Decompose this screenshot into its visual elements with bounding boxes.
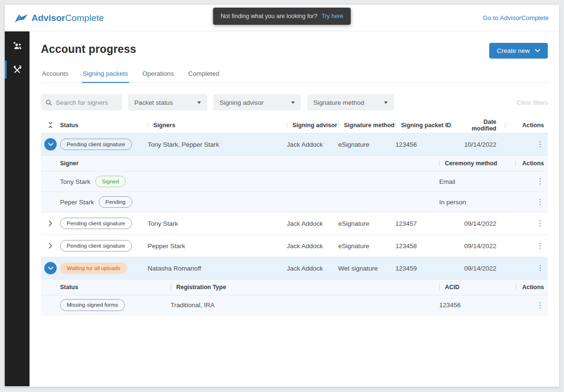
row-actions-menu[interactable]: ⋮ xyxy=(536,264,544,272)
signer-status-badge: Signed xyxy=(95,176,126,187)
account-status-badge: Missing signed forms xyxy=(60,299,125,311)
account-actions-menu[interactable]: ⋮ xyxy=(536,301,544,309)
signer-name: Peper Stark xyxy=(60,199,94,206)
main-content: Account progress Create new Accounts Sig… xyxy=(30,31,559,386)
signing-packets-table: Status Signers Signing advisor Signature… xyxy=(41,117,548,315)
cell-acid: 123456 xyxy=(439,302,515,309)
col-status[interactable]: Status xyxy=(60,122,148,129)
col-signers[interactable]: Signers xyxy=(148,122,287,129)
packet-status-dropdown[interactable]: Packet status xyxy=(128,94,207,111)
signing-advisor-dropdown[interactable]: Signing advisor xyxy=(213,94,301,111)
cell-packet-id: 123457 xyxy=(395,220,452,227)
search-icon xyxy=(46,99,52,106)
tabs-bar: Accounts Signing packets Operations Comp… xyxy=(41,67,548,83)
col-signing-advisor[interactable]: Signing advisor xyxy=(287,122,338,129)
cell-ceremony-method: In person xyxy=(439,199,515,206)
status-badge: Pending client signature xyxy=(60,218,132,229)
create-new-label: Create new xyxy=(497,47,530,54)
tab-signing-packets[interactable]: Signing packets xyxy=(82,67,129,83)
tooltip-text: Not finding what you are looking for? xyxy=(221,13,317,20)
tab-operations[interactable]: Operations xyxy=(141,67,175,82)
status-badge: Pending client signature xyxy=(60,240,132,251)
go-to-advisorcomplete-link[interactable]: Go to AdvisorComplete xyxy=(483,14,559,21)
collapse-all-icon xyxy=(48,121,53,129)
cell-signers: Tony Stark, Pepper Stark xyxy=(148,141,287,148)
brand-logo[interactable]: AdvisorComplete xyxy=(5,13,104,23)
tools-icon xyxy=(13,65,21,74)
col-status: Status xyxy=(60,284,171,291)
signing-advisor-label: Signing advisor xyxy=(220,99,263,106)
collapse-all-button[interactable] xyxy=(48,121,53,129)
signature-method-dropdown[interactable]: Signature method xyxy=(307,94,394,111)
col-actions: Actions xyxy=(505,122,548,129)
collapse-row-button[interactable] xyxy=(44,262,57,274)
caret-down-icon xyxy=(197,101,201,104)
row-actions-menu[interactable]: ⋮ xyxy=(536,140,544,148)
signer-row-1: Tony Stark Signed Email ⋮ xyxy=(41,171,548,191)
search-input[interactable] xyxy=(56,99,117,106)
cell-packet-id: 123458 xyxy=(395,242,452,250)
sidebar xyxy=(5,31,30,386)
brand-bird-icon xyxy=(14,13,29,23)
sidebar-item-tools[interactable] xyxy=(5,61,30,78)
cell-date-modified: 09/14/2022 xyxy=(452,220,505,227)
packet-row-2: Pending client signature Tony Stark Jack… xyxy=(41,212,548,234)
col-date-modified[interactable]: Date modified xyxy=(452,119,505,132)
cell-date-modified: 10/14/2022 xyxy=(452,141,505,148)
col-registration-type: Registration Type xyxy=(171,284,439,291)
add-team-icon xyxy=(12,42,22,50)
cell-registration-type: Traditional, IRA xyxy=(171,302,439,309)
top-header: AdvisorComplete Not finding what you are… xyxy=(5,5,559,31)
col-signer: Signer xyxy=(60,160,439,167)
signer-actions-menu[interactable]: ⋮ xyxy=(536,177,544,185)
cell-signing-advisor: Jack Addock xyxy=(287,242,338,250)
filter-bar: Packet status Signing advisor Signature … xyxy=(41,94,548,111)
signer-actions-menu[interactable]: ⋮ xyxy=(536,198,544,206)
col-acid: ACID xyxy=(439,284,515,291)
caret-down-icon xyxy=(291,101,295,104)
tab-completed[interactable]: Completed xyxy=(187,67,220,82)
cell-packet-id: 123456 xyxy=(395,141,452,148)
brand-light: Complete xyxy=(65,13,104,23)
tab-accounts[interactable]: Accounts xyxy=(41,67,70,82)
signer-subtable-header: Signer Ceremony method Actions xyxy=(41,155,548,171)
clear-filters-button[interactable]: Clear filters xyxy=(516,99,548,106)
cell-signing-advisor: Jack Addock xyxy=(287,265,338,272)
signer-status-badge: Pending xyxy=(99,196,132,208)
sidebar-item-add-team[interactable] xyxy=(5,37,30,54)
cell-signature-method: eSignature xyxy=(338,141,395,148)
expand-row-button[interactable] xyxy=(49,243,52,249)
cell-signature-method: Wet signature xyxy=(338,265,395,272)
cell-signature-method: eSignature xyxy=(338,242,395,250)
chevron-down-icon xyxy=(535,49,540,52)
col-actions: Actions xyxy=(515,160,548,167)
search-box xyxy=(41,94,122,111)
help-tooltip: Not finding what you are looking for? Tr… xyxy=(213,8,351,25)
signer-name: Tony Stark xyxy=(60,178,91,185)
table-header-row: Status Signers Signing advisor Signature… xyxy=(41,117,548,133)
col-packet-id[interactable]: Signing packet ID xyxy=(395,122,452,129)
col-signature-method[interactable]: Signature method xyxy=(338,122,395,129)
try-here-link[interactable]: Try here xyxy=(322,13,343,20)
packet-status-label: Packet status xyxy=(134,99,173,106)
signer-row-2: Peper Stark Pending In person ⋮ xyxy=(41,191,548,212)
page-title: Account progress xyxy=(41,43,136,56)
create-new-button[interactable]: Create new xyxy=(489,43,548,59)
chevron-right-icon xyxy=(49,221,52,226)
cell-signers: Pepper Stark xyxy=(148,242,287,250)
app-window: AdvisorComplete Not finding what you are… xyxy=(5,5,559,387)
expand-row-button[interactable] xyxy=(49,221,52,226)
col-actions: Actions xyxy=(515,284,548,291)
chevron-down-icon xyxy=(48,267,53,270)
chevron-down-icon xyxy=(48,143,53,146)
row-actions-menu[interactable]: ⋮ xyxy=(536,219,544,227)
packet-row-1: Pending client signature Tony Stark, Pep… xyxy=(41,133,548,155)
row-actions-menu[interactable]: ⋮ xyxy=(536,241,544,250)
packet-row-4: Waiting for all uploads Natasha Romanoff… xyxy=(41,257,548,279)
brand-text: AdvisorComplete xyxy=(31,13,104,23)
account-row-1: Missing signed forms Traditional, IRA 12… xyxy=(41,295,548,315)
collapse-row-button[interactable] xyxy=(44,138,57,151)
cell-date-modified: 09/14/2022 xyxy=(452,242,505,250)
cell-signers: Tony Stark xyxy=(148,220,287,227)
account-subtable-header: Status Registration Type ACID Actions xyxy=(41,279,548,295)
